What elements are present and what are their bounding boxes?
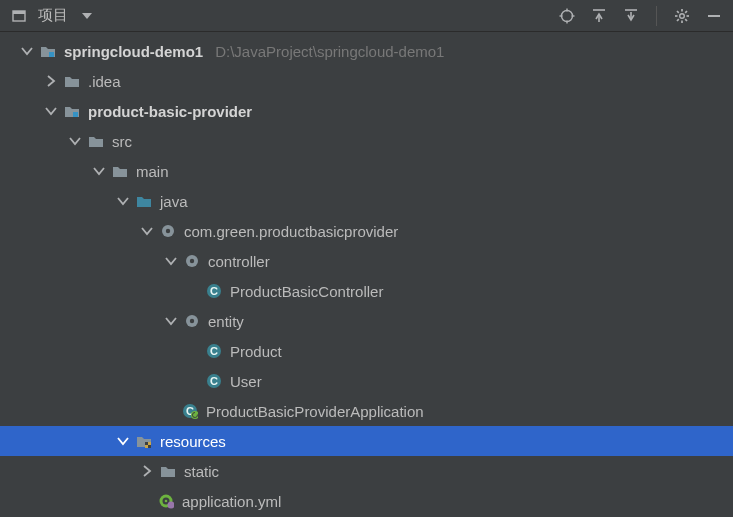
project-toolbar: 项目 bbox=[0, 0, 733, 32]
source-folder-icon bbox=[134, 193, 154, 209]
view-dropdown-icon[interactable] bbox=[76, 5, 98, 27]
chevron-down-icon[interactable] bbox=[66, 134, 84, 148]
node-label: main bbox=[132, 163, 169, 180]
spring-config-icon bbox=[156, 493, 176, 509]
chevron-right-icon[interactable] bbox=[138, 464, 156, 478]
chevron-down-icon[interactable] bbox=[162, 314, 180, 328]
toolbar-title: 项目 bbox=[34, 6, 72, 25]
folder-icon bbox=[110, 163, 130, 179]
node-label: static bbox=[180, 463, 219, 480]
collapse-all-icon[interactable] bbox=[620, 5, 642, 27]
node-label: resources bbox=[156, 433, 226, 450]
tree-row-application[interactable]: ProductBasicProviderApplication bbox=[0, 396, 733, 426]
package-icon bbox=[158, 223, 178, 239]
module-icon bbox=[62, 103, 82, 119]
chevron-down-icon[interactable] bbox=[114, 434, 132, 448]
node-label: ProductBasicProviderApplication bbox=[202, 403, 424, 420]
tree-row-entity-pkg[interactable]: entity bbox=[0, 306, 733, 336]
tree-row-main[interactable]: main bbox=[0, 156, 733, 186]
package-icon bbox=[182, 313, 202, 329]
class-icon bbox=[204, 343, 224, 359]
chevron-right-icon[interactable] bbox=[42, 74, 60, 88]
tree-row-module[interactable]: product-basic-provider bbox=[0, 96, 733, 126]
package-icon bbox=[182, 253, 202, 269]
hide-icon[interactable] bbox=[703, 5, 725, 27]
chevron-down-icon[interactable] bbox=[138, 224, 156, 238]
node-path: D:\JavaProject\springcloud-demo1 bbox=[205, 43, 444, 60]
node-label: User bbox=[226, 373, 262, 390]
tree-row-root[interactable]: springcloud-demo1 D:\JavaProject\springc… bbox=[0, 36, 733, 66]
node-label: .idea bbox=[84, 73, 121, 90]
chevron-down-icon[interactable] bbox=[90, 164, 108, 178]
node-label: Product bbox=[226, 343, 282, 360]
chevron-down-icon[interactable] bbox=[42, 104, 60, 118]
tree-row-java[interactable]: java bbox=[0, 186, 733, 216]
tree-row-user[interactable]: User bbox=[0, 366, 733, 396]
folder-icon bbox=[62, 73, 82, 89]
project-tree: springcloud-demo1 D:\JavaProject\springc… bbox=[0, 32, 733, 516]
chevron-down-icon[interactable] bbox=[114, 194, 132, 208]
chevron-down-icon[interactable] bbox=[162, 254, 180, 268]
node-label: src bbox=[108, 133, 132, 150]
tree-row-controller-pkg[interactable]: controller bbox=[0, 246, 733, 276]
class-icon bbox=[204, 373, 224, 389]
node-label: java bbox=[156, 193, 188, 210]
select-opened-file-icon[interactable] bbox=[556, 5, 578, 27]
settings-icon[interactable] bbox=[671, 5, 693, 27]
tree-row-package[interactable]: com.green.productbasicprovider bbox=[0, 216, 733, 246]
tree-row-productbasiccontroller[interactable]: ProductBasicController bbox=[0, 276, 733, 306]
node-label: springcloud-demo1 bbox=[60, 43, 203, 60]
node-label: application.yml bbox=[178, 493, 281, 510]
node-label: product-basic-provider bbox=[84, 103, 252, 120]
class-icon bbox=[204, 283, 224, 299]
toolbar-separator bbox=[656, 6, 657, 26]
resources-folder-icon bbox=[134, 433, 154, 449]
tree-row-idea[interactable]: .idea bbox=[0, 66, 733, 96]
node-label: entity bbox=[204, 313, 244, 330]
tree-row-application-yml[interactable]: application.yml bbox=[0, 486, 733, 516]
node-label: controller bbox=[204, 253, 270, 270]
tree-row-static[interactable]: static bbox=[0, 456, 733, 486]
tree-row-src[interactable]: src bbox=[0, 126, 733, 156]
spring-boot-class-icon bbox=[180, 403, 200, 419]
tree-row-resources[interactable]: resources bbox=[0, 426, 733, 456]
module-icon bbox=[38, 43, 58, 59]
node-label: com.green.productbasicprovider bbox=[180, 223, 398, 240]
expand-all-icon[interactable] bbox=[588, 5, 610, 27]
window-icon bbox=[8, 5, 30, 27]
folder-icon bbox=[158, 463, 178, 479]
chevron-down-icon[interactable] bbox=[18, 44, 36, 58]
tree-row-product[interactable]: Product bbox=[0, 336, 733, 366]
node-label: ProductBasicController bbox=[226, 283, 383, 300]
folder-icon bbox=[86, 133, 106, 149]
